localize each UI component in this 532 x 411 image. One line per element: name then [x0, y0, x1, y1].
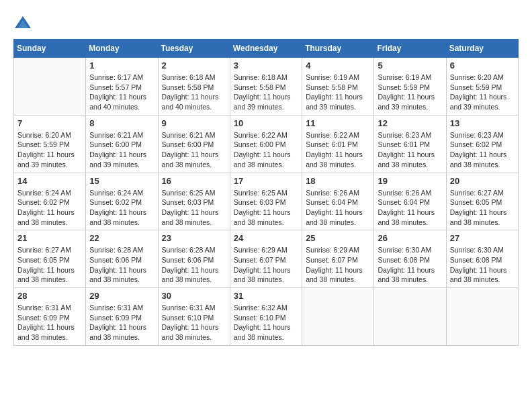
calendar-week-row: 28Sunrise: 6:31 AMSunset: 6:09 PMDayligh… — [14, 288, 519, 346]
day-info: Sunrise: 6:31 AMSunset: 6:09 PMDaylight:… — [89, 303, 154, 342]
day-info: Sunrise: 6:19 AMSunset: 5:58 PMDaylight:… — [306, 73, 370, 112]
day-info: Sunrise: 6:30 AMSunset: 6:08 PMDaylight:… — [450, 245, 515, 285]
day-number: 6 — [450, 60, 515, 71]
day-number: 3 — [234, 60, 298, 71]
calendar-table: SundayMondayTuesdayWednesdayThursdayFrid… — [13, 39, 519, 346]
day-info: Sunrise: 6:24 AMSunset: 6:02 PMDaylight:… — [17, 188, 82, 228]
day-number: 10 — [234, 118, 298, 128]
calendar-cell: 18Sunrise: 6:26 AMSunset: 6:04 PMDayligh… — [302, 173, 374, 230]
day-number: 9 — [162, 118, 226, 128]
day-number: 8 — [89, 118, 154, 128]
calendar-cell: 30Sunrise: 6:31 AMSunset: 6:10 PMDayligh… — [158, 288, 230, 346]
day-info: Sunrise: 6:27 AMSunset: 6:05 PMDaylight:… — [450, 188, 515, 228]
calendar-cell: 3Sunrise: 6:18 AMSunset: 5:58 PMDaylight… — [230, 58, 302, 116]
day-info: Sunrise: 6:28 AMSunset: 6:06 PMDaylight:… — [89, 245, 154, 285]
day-info: Sunrise: 6:32 AMSunset: 6:10 PMDaylight:… — [234, 303, 298, 342]
day-number: 18 — [306, 176, 370, 186]
weekday-header-row: SundayMondayTuesdayWednesdayThursdayFrid… — [14, 40, 519, 58]
calendar-cell: 24Sunrise: 6:29 AMSunset: 6:07 PMDayligh… — [230, 230, 302, 288]
calendar-cell: 26Sunrise: 6:30 AMSunset: 6:08 PMDayligh… — [374, 230, 446, 288]
day-info: Sunrise: 6:30 AMSunset: 6:08 PMDaylight:… — [378, 245, 442, 285]
day-info: Sunrise: 6:23 AMSunset: 6:01 PMDaylight:… — [378, 130, 442, 170]
day-number: 24 — [234, 233, 298, 243]
calendar-cell: 15Sunrise: 6:24 AMSunset: 6:02 PMDayligh… — [86, 173, 158, 230]
day-info: Sunrise: 6:27 AMSunset: 6:05 PMDaylight:… — [17, 245, 82, 285]
calendar-cell: 20Sunrise: 6:27 AMSunset: 6:05 PMDayligh… — [446, 173, 518, 230]
calendar-cell: 25Sunrise: 6:29 AMSunset: 6:07 PMDayligh… — [302, 230, 374, 288]
weekday-header-friday: Friday — [374, 40, 446, 58]
day-number: 22 — [89, 233, 154, 243]
day-info: Sunrise: 6:29 AMSunset: 6:07 PMDaylight:… — [234, 245, 298, 285]
day-info: Sunrise: 6:31 AMSunset: 6:09 PMDaylight:… — [17, 303, 82, 342]
day-number: 19 — [378, 176, 442, 186]
calendar-cell: 1Sunrise: 6:17 AMSunset: 5:57 PMDaylight… — [86, 58, 158, 116]
day-info: Sunrise: 6:29 AMSunset: 6:07 PMDaylight:… — [306, 245, 370, 285]
day-info: Sunrise: 6:25 AMSunset: 6:03 PMDaylight:… — [234, 188, 298, 228]
calendar-cell: 19Sunrise: 6:26 AMSunset: 6:04 PMDayligh… — [374, 173, 446, 230]
day-number: 21 — [17, 233, 82, 243]
day-number: 15 — [89, 176, 154, 186]
day-info: Sunrise: 6:22 AMSunset: 6:00 PMDaylight:… — [234, 130, 298, 170]
day-number: 13 — [450, 118, 515, 128]
day-number: 30 — [162, 291, 226, 301]
calendar-cell: 4Sunrise: 6:19 AMSunset: 5:58 PMDaylight… — [302, 58, 374, 116]
calendar-cell — [374, 288, 446, 346]
logo — [13, 13, 35, 32]
calendar-cell: 12Sunrise: 6:23 AMSunset: 6:01 PMDayligh… — [374, 115, 446, 173]
calendar-cell: 17Sunrise: 6:25 AMSunset: 6:03 PMDayligh… — [230, 173, 302, 230]
day-number: 27 — [450, 233, 515, 243]
day-info: Sunrise: 6:18 AMSunset: 5:58 PMDaylight:… — [162, 73, 226, 112]
day-info: Sunrise: 6:25 AMSunset: 6:03 PMDaylight:… — [162, 188, 226, 228]
calendar-cell: 23Sunrise: 6:28 AMSunset: 6:06 PMDayligh… — [158, 230, 230, 288]
weekday-header-tuesday: Tuesday — [158, 40, 230, 58]
day-number: 12 — [378, 118, 442, 128]
calendar-cell: 16Sunrise: 6:25 AMSunset: 6:03 PMDayligh… — [158, 173, 230, 230]
weekday-header-saturday: Saturday — [446, 40, 518, 58]
calendar-cell: 14Sunrise: 6:24 AMSunset: 6:02 PMDayligh… — [14, 173, 86, 230]
day-info: Sunrise: 6:20 AMSunset: 5:59 PMDaylight:… — [17, 130, 82, 170]
day-info: Sunrise: 6:23 AMSunset: 6:02 PMDaylight:… — [450, 130, 515, 170]
day-info: Sunrise: 6:26 AMSunset: 6:04 PMDaylight:… — [378, 188, 442, 228]
calendar-cell: 27Sunrise: 6:30 AMSunset: 6:08 PMDayligh… — [446, 230, 518, 288]
day-info: Sunrise: 6:28 AMSunset: 6:06 PMDaylight:… — [162, 245, 226, 285]
calendar-cell: 2Sunrise: 6:18 AMSunset: 5:58 PMDaylight… — [158, 58, 230, 116]
calendar-week-row: 1Sunrise: 6:17 AMSunset: 5:57 PMDaylight… — [14, 58, 519, 116]
calendar-cell — [446, 288, 518, 346]
day-info: Sunrise: 6:21 AMSunset: 6:00 PMDaylight:… — [162, 130, 226, 170]
calendar-week-row: 21Sunrise: 6:27 AMSunset: 6:05 PMDayligh… — [14, 230, 519, 288]
weekday-header-wednesday: Wednesday — [230, 40, 302, 58]
day-info: Sunrise: 6:20 AMSunset: 5:59 PMDaylight:… — [450, 73, 515, 112]
day-number: 28 — [17, 291, 82, 301]
calendar-cell — [14, 58, 86, 116]
calendar-cell: 29Sunrise: 6:31 AMSunset: 6:09 PMDayligh… — [86, 288, 158, 346]
day-info: Sunrise: 6:19 AMSunset: 5:59 PMDaylight:… — [378, 73, 442, 112]
calendar-cell: 21Sunrise: 6:27 AMSunset: 6:05 PMDayligh… — [14, 230, 86, 288]
calendar-cell: 9Sunrise: 6:21 AMSunset: 6:00 PMDaylight… — [158, 115, 230, 173]
day-number: 25 — [306, 233, 370, 243]
day-info: Sunrise: 6:22 AMSunset: 6:01 PMDaylight:… — [306, 130, 370, 170]
logo-icon — [13, 13, 32, 32]
day-info: Sunrise: 6:24 AMSunset: 6:02 PMDaylight:… — [89, 188, 154, 228]
weekday-header-thursday: Thursday — [302, 40, 374, 58]
day-number: 1 — [89, 60, 154, 71]
day-info: Sunrise: 6:21 AMSunset: 6:00 PMDaylight:… — [89, 130, 154, 170]
calendar-cell: 28Sunrise: 6:31 AMSunset: 6:09 PMDayligh… — [14, 288, 86, 346]
calendar-cell: 11Sunrise: 6:22 AMSunset: 6:01 PMDayligh… — [302, 115, 374, 173]
day-number: 31 — [234, 291, 298, 301]
calendar-week-row: 7Sunrise: 6:20 AMSunset: 5:59 PMDaylight… — [14, 115, 519, 173]
day-info: Sunrise: 6:31 AMSunset: 6:10 PMDaylight:… — [162, 303, 226, 342]
day-number: 11 — [306, 118, 370, 128]
weekday-header-sunday: Sunday — [14, 40, 86, 58]
weekday-header-monday: Monday — [86, 40, 158, 58]
day-number: 7 — [17, 118, 82, 128]
day-number: 17 — [234, 176, 298, 186]
day-number: 29 — [89, 291, 154, 301]
day-number: 4 — [306, 60, 370, 71]
calendar-week-row: 14Sunrise: 6:24 AMSunset: 6:02 PMDayligh… — [14, 173, 519, 230]
day-info: Sunrise: 6:26 AMSunset: 6:04 PMDaylight:… — [306, 188, 370, 228]
day-number: 14 — [17, 176, 82, 186]
calendar-cell: 6Sunrise: 6:20 AMSunset: 5:59 PMDaylight… — [446, 58, 518, 116]
calendar-cell: 13Sunrise: 6:23 AMSunset: 6:02 PMDayligh… — [446, 115, 518, 173]
calendar-cell: 22Sunrise: 6:28 AMSunset: 6:06 PMDayligh… — [86, 230, 158, 288]
day-info: Sunrise: 6:17 AMSunset: 5:57 PMDaylight:… — [89, 73, 154, 112]
